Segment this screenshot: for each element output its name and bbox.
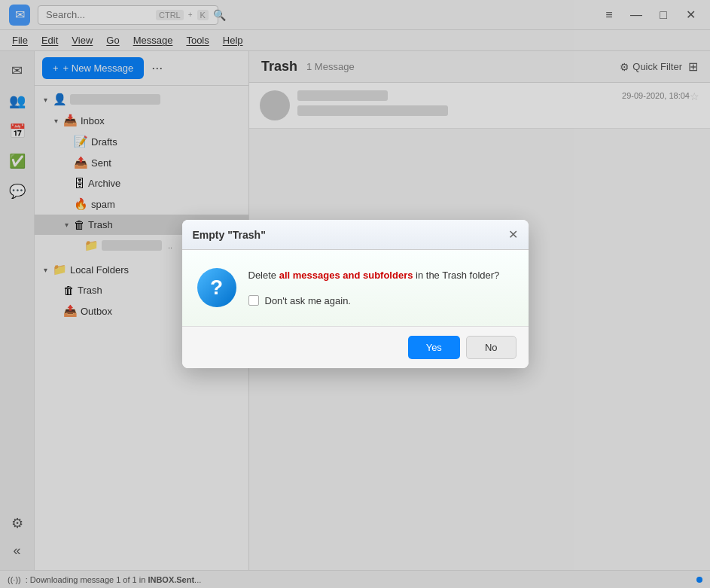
dialog-message: Delete all messages and subfolders in th…: [248, 268, 500, 283]
no-button[interactable]: No: [466, 336, 517, 359]
empty-trash-dialog: Empty "Trash" ✕ ? Delete all messages an…: [182, 220, 529, 368]
dialog-close-button[interactable]: ✕: [508, 227, 518, 242]
question-icon: ?: [197, 268, 236, 307]
dialog-body: ? Delete all messages and subfolders in …: [182, 250, 529, 326]
dialog-overlay: Empty "Trash" ✕ ? Delete all messages an…: [0, 0, 710, 588]
yes-button[interactable]: Yes: [408, 336, 460, 359]
dont-ask-label: Don't ask me again.: [265, 294, 352, 309]
dialog-checkbox-row: Don't ask me again.: [248, 294, 500, 309]
dont-ask-checkbox[interactable]: [248, 295, 259, 306]
dialog-bold-text: all messages and subfolders: [279, 270, 413, 281]
dialog-footer: Yes No: [182, 326, 529, 368]
dialog-titlebar: Empty "Trash" ✕: [182, 220, 529, 250]
dialog-title: Empty "Trash": [193, 229, 266, 241]
dialog-message-area: Delete all messages and subfolders in th…: [248, 268, 500, 308]
